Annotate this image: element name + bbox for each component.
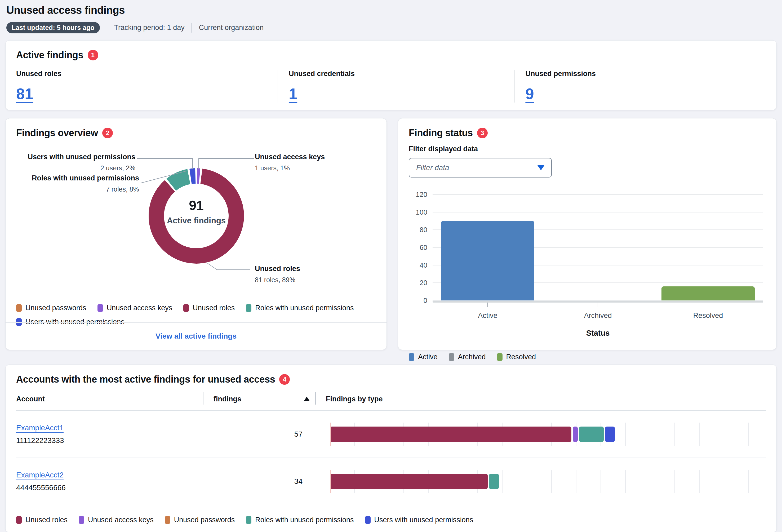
active-findings-title-row: Active findings 1 xyxy=(16,49,766,61)
legend-label: Active xyxy=(418,353,438,361)
filter-data-placeholder: Filter data xyxy=(416,164,449,172)
donut-center: 91 Active findings xyxy=(154,198,239,225)
account-link[interactable]: ExampleAcct2 xyxy=(16,471,64,479)
page-title: Unused access findings xyxy=(6,4,776,16)
accounts-legend-item: Unused roles xyxy=(16,516,68,524)
x-tick-mark xyxy=(708,303,708,307)
x-tick-mark xyxy=(488,303,488,307)
status-legend-item: Archived xyxy=(449,353,486,361)
accounts-legend-item: Unused access keys xyxy=(79,516,154,524)
accounts-legend-item: Roles with unused permissions xyxy=(246,516,354,524)
step-badge-1: 1 xyxy=(88,50,98,61)
active-findings-card: Active findings 1 Unused roles81Unused c… xyxy=(5,40,777,110)
separator xyxy=(191,23,192,33)
legend-label: Unused roles xyxy=(26,516,68,524)
view-all-active-findings-link[interactable]: View all active findings xyxy=(155,332,237,341)
legend-swatch-orange xyxy=(16,304,22,312)
legend-swatch-teal xyxy=(246,304,251,312)
overview-legend-item: Unused passwords xyxy=(16,304,86,312)
column-header-findings-by-type: Findings by type xyxy=(326,395,383,403)
legend-swatch-orange xyxy=(165,516,170,524)
findings-by-type-cell xyxy=(315,423,766,446)
legend-swatch-maroon xyxy=(16,516,22,524)
scope: Current organization xyxy=(199,24,264,32)
callout-detail: 7 roles, 8% xyxy=(32,185,139,193)
callout-label: Unused access keys xyxy=(255,153,325,161)
findings-count-cell: 34 xyxy=(203,477,315,486)
bar-slot-archived xyxy=(543,194,653,300)
donut-slice-blue xyxy=(190,176,195,176)
accounts-legend-item: Unused passwords xyxy=(165,516,235,524)
account-link[interactable]: ExampleAcct1 xyxy=(16,424,64,432)
legend-swatch-teal xyxy=(246,516,251,524)
y-tick-label: 60 xyxy=(410,244,427,252)
legend-label: Roles with unused permissions xyxy=(255,516,354,524)
legend-label: Unused access keys xyxy=(107,304,173,312)
step-badge-2: 2 xyxy=(102,128,113,138)
page-meta: Last updated: 5 hours ago Tracking perio… xyxy=(6,22,776,33)
x-tick xyxy=(543,303,653,307)
findings-overview-title: Findings overview xyxy=(16,128,98,139)
x-tick xyxy=(433,303,543,307)
donut-total: 91 xyxy=(154,198,239,213)
filter-displayed-data-label: Filter displayed data xyxy=(409,145,766,153)
x-tick xyxy=(653,303,763,307)
overview-legend-item: Unused roles xyxy=(183,304,235,312)
finding-status-card: Finding status 3 Filter displayed data F… xyxy=(398,118,777,350)
y-tick-label: 0 xyxy=(410,296,427,305)
bar-slots xyxy=(433,194,763,300)
stacked-bar xyxy=(330,470,764,493)
column-header-account: Account xyxy=(16,395,45,403)
metric-unused-permissions: Unused permissions9 xyxy=(514,70,766,103)
accounts-legend: Unused rolesUnused access keysUnused pas… xyxy=(16,516,766,524)
column-divider xyxy=(203,392,204,404)
callout-users-unused-permissions: Users with unused permissions 2 users, 2… xyxy=(28,153,135,172)
metric-value-link[interactable]: 81 xyxy=(16,85,33,103)
legend-label: Users with unused permissions xyxy=(374,516,473,524)
filter-data-dropdown[interactable]: Filter data xyxy=(409,158,552,178)
legend-label: Unused roles xyxy=(192,304,235,312)
status-x-axis-line xyxy=(433,300,763,303)
bar-segment-blue xyxy=(605,427,615,442)
callout-detail: 81 roles, 89% xyxy=(255,276,300,284)
bar-slot-resolved xyxy=(653,194,763,300)
sort-ascending-icon[interactable] xyxy=(304,397,310,401)
legend-label: Resolved xyxy=(506,353,536,361)
finding-status-legend: ActiveArchivedResolved xyxy=(409,353,766,361)
step-badge-3: 3 xyxy=(477,128,488,138)
finding-status-title: Finding status xyxy=(409,128,473,139)
metric-label: Unused roles xyxy=(16,70,278,78)
finding-status-title-row: Finding status 3 xyxy=(409,128,766,139)
status-axis-title: Status xyxy=(433,329,763,338)
y-tick-label: 80 xyxy=(410,226,427,234)
donut-slice-teal xyxy=(171,177,189,185)
column-header-findings[interactable]: findings xyxy=(214,395,241,403)
bar-segment-teal xyxy=(579,427,604,442)
separator xyxy=(107,23,107,33)
legend-label: Roles with unused permissions xyxy=(255,304,354,312)
callout-unused-roles: Unused roles 81 roles, 89% xyxy=(255,265,300,284)
bar-slot-active xyxy=(433,194,543,300)
metric-value-link[interactable]: 1 xyxy=(289,85,297,103)
legend-swatch-blue xyxy=(365,516,370,524)
chevron-down-icon xyxy=(537,165,544,170)
x-label-resolved: Resolved xyxy=(653,312,763,320)
findings-overview-card: Findings overview 2 91 Active findings xyxy=(5,118,387,350)
x-label-active: Active xyxy=(433,312,543,320)
status-plot-area: 020406080100120 xyxy=(433,194,763,300)
status-bar-chart: 020406080100120 ActiveArchivedResolved S… xyxy=(433,194,763,338)
overview-legend-item: Unused access keys xyxy=(98,304,173,312)
callout-label: Roles with unused permissions xyxy=(32,174,139,182)
stacked-bar xyxy=(330,423,764,446)
findings-count-cell: 57 xyxy=(203,430,315,438)
legend-swatch-status_resolved xyxy=(497,353,502,361)
callout-unused-access-keys: Unused access keys 1 users, 1% xyxy=(255,153,325,172)
legend-swatch-purple xyxy=(79,516,84,524)
findings-overview-title-row: Findings overview 2 xyxy=(16,128,376,139)
overview-legend-item: Roles with unused permissions xyxy=(246,304,354,312)
metric-label: Unused credentials xyxy=(289,70,514,78)
tracking-period: Tracking period: 1 day xyxy=(114,24,185,32)
y-tick-label: 100 xyxy=(410,208,427,216)
findings-overview-footer: View all active findings xyxy=(6,322,387,350)
metric-value-link[interactable]: 9 xyxy=(525,85,534,103)
